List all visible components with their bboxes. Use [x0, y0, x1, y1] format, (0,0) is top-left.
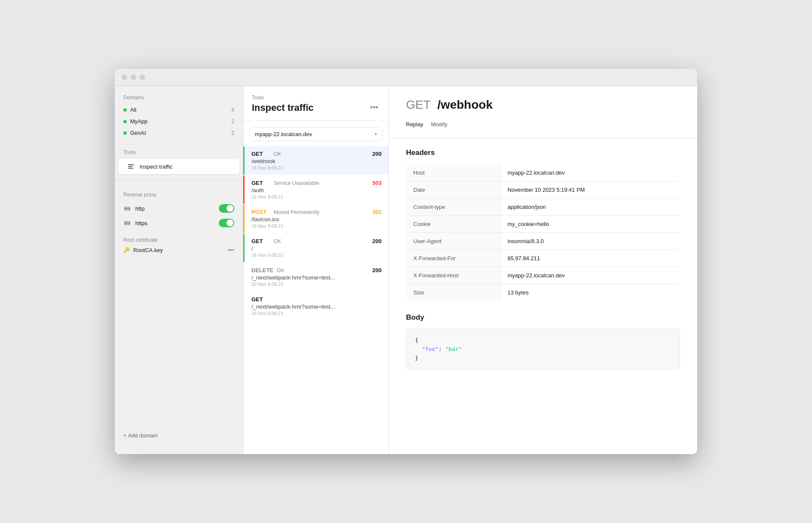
json-brace: {	[415, 337, 418, 343]
body-line-3: }	[415, 354, 671, 363]
request-top: GET OK 200	[251, 238, 382, 244]
request-method: GET	[251, 296, 270, 303]
request-list: GET OK 200 /webhook 16 Nov 9:08:21 GET S…	[243, 141, 388, 454]
request-path: /favicon.ico	[251, 216, 382, 223]
chevron-down-icon: ▾	[375, 132, 377, 137]
sidebar-divider	[115, 144, 243, 144]
request-method: GET	[251, 151, 270, 157]
request-method: POST	[251, 209, 270, 215]
request-time: 16 Nov 9:08:21	[251, 165, 382, 170]
maximize-button[interactable]	[140, 74, 145, 80]
header-key: Size	[406, 284, 501, 301]
tab-replay[interactable]: Replay	[406, 119, 429, 131]
https-toggle[interactable]	[219, 219, 234, 227]
request-item[interactable]: GET Service Unavailable 503 /auth 16 Nov…	[243, 175, 388, 204]
request-path: /webhook	[251, 158, 382, 164]
sidebar-item-all[interactable]: All 4	[115, 104, 243, 116]
header-key: Host	[406, 164, 501, 181]
request-path: /	[251, 245, 382, 252]
reverse-proxy-label: Reverse proxy	[115, 185, 243, 201]
http-toggle[interactable]	[219, 204, 234, 213]
domain-status-dot	[123, 108, 127, 112]
request-method: GET	[251, 238, 270, 244]
inspect-traffic-icon	[127, 162, 135, 171]
domain-select-value: myapp-22.localcan.dev	[255, 131, 312, 137]
proxy-item-http: http	[115, 201, 243, 216]
request-item[interactable]: GET OK 200 /webhook 16 Nov 9:08:21	[243, 146, 388, 175]
sidebar-item-myapp[interactable]: MyApp 2	[115, 116, 243, 127]
domain-count-myapp: 2	[231, 119, 234, 125]
request-status-text: Moved Permanently	[274, 209, 369, 215]
request-top: GET Service Unavailable 503	[251, 180, 382, 186]
request-method: GET	[251, 180, 270, 186]
detail-header: GET /webhook Replay Modify	[389, 86, 697, 138]
header-row: Host myapp-22.localcan.dev	[406, 164, 680, 181]
detail-tabs: Replay Modify	[406, 119, 680, 131]
domain-name-myapp: MyApp	[130, 118, 228, 125]
domain-name-all: All	[130, 107, 228, 113]
traffic-title-row: Inspect traffic •••	[252, 101, 380, 114]
request-item[interactable]: DELETE OK 200 /_next/webpack-hmr?some=te…	[243, 263, 388, 291]
traffic-panel-title: Inspect traffic	[252, 102, 313, 113]
request-method: DELETE	[251, 267, 273, 273]
tab-modify[interactable]: Modify	[431, 119, 453, 131]
cert-icon: 🔑	[123, 247, 130, 253]
request-time: 16 Nov 9:08:21	[251, 282, 382, 287]
domain-select[interactable]: myapp-22.localcan.dev ▾	[249, 127, 382, 141]
request-time: 16 Nov 9:08:21	[251, 253, 382, 258]
root-cert-section: Root certificate 🔑 RootCA.key •••	[115, 237, 243, 253]
header-key: User-Agent	[406, 233, 501, 250]
domain-name-genai: GenAI	[130, 130, 228, 136]
header-value: 13 bytes	[501, 284, 680, 301]
headers-table: Host myapp-22.localcan.dev Date November…	[406, 164, 680, 301]
proxy-item-https: https	[115, 216, 243, 230]
detail-path: /webhook	[437, 98, 493, 111]
header-row: Cookie my_cookie=hello	[406, 216, 680, 233]
body-section-title: Body	[406, 313, 680, 322]
svg-rect-2	[128, 168, 133, 169]
proxy-name-http: http	[135, 205, 215, 212]
header-value: my_cookie=hello	[501, 216, 680, 233]
request-time: 16 Nov 9:08:21	[251, 223, 382, 229]
svg-rect-0	[128, 164, 134, 165]
add-domain-button[interactable]: + Add domain	[115, 425, 243, 446]
request-status-code: 200	[372, 151, 382, 157]
request-status-text: OK	[274, 151, 369, 157]
request-top: GET	[251, 296, 382, 303]
headers-section-title: Headers	[406, 149, 680, 157]
body-line-2: "foo": "bar"	[415, 345, 671, 354]
domain-count-genai: 2	[231, 130, 234, 136]
request-item[interactable]: GET OK 200 / 16 Nov 9:08:21	[243, 234, 388, 262]
header-row: Content-type application/json	[406, 199, 680, 216]
domain-status-dot	[123, 131, 127, 135]
traffic-more-button[interactable]: •••	[368, 101, 380, 114]
request-time: 16 Nov 9:08:21	[251, 194, 382, 199]
cert-menu-button[interactable]: •••	[228, 247, 234, 253]
domain-status-dot	[123, 120, 127, 123]
json-brace-close: }	[415, 355, 418, 361]
request-status-text: Service Unavailable	[274, 180, 369, 186]
header-row: Size 13 bytes	[406, 284, 680, 301]
request-status-code: 503	[372, 180, 382, 186]
title-bar	[115, 69, 697, 86]
close-button[interactable]	[122, 74, 127, 80]
json-colon: :	[439, 346, 442, 352]
sidebar-item-genai[interactable]: GenAI 2	[115, 127, 243, 139]
json-key: "foo"	[422, 346, 439, 352]
inspect-traffic-label: Inspect traffic	[140, 163, 173, 170]
request-top: DELETE OK 200	[251, 267, 382, 273]
request-status-text: OK	[277, 267, 369, 273]
request-path: /_next/webpack-hmr?some=test...	[251, 303, 382, 310]
domains-label: Domains	[115, 95, 243, 104]
traffic-panel-header: Tools Inspect traffic •••	[243, 86, 388, 121]
header-row: User-Agent insomnia/8.3.0	[406, 233, 680, 250]
header-value: myapp-22.localcan.dev	[501, 267, 680, 284]
request-item[interactable]: GET /_next/webpack-hmr?some=test... 16 N…	[243, 292, 388, 320]
sidebar-item-inspect-traffic[interactable]: Inspect traffic	[118, 159, 239, 174]
traffic-tools-label: Tools	[252, 95, 380, 101]
header-row: Date November 10 2023 5:19:41 PM	[406, 181, 680, 199]
svg-rect-3	[125, 207, 130, 208]
svg-rect-4	[125, 209, 130, 210]
request-item[interactable]: POST Moved Permanently 301 /favicon.ico …	[243, 205, 388, 233]
minimize-button[interactable]	[131, 74, 136, 80]
